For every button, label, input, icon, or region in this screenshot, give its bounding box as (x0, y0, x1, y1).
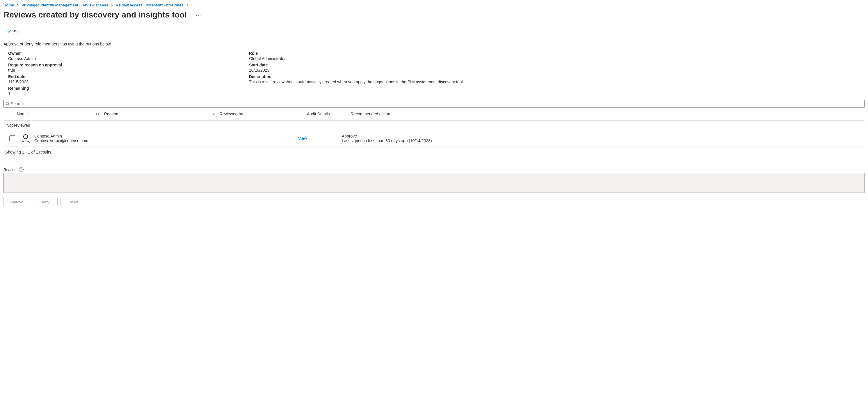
reset-button[interactable]: Reset (61, 198, 86, 206)
require-reason-label: Require reason on approval (8, 63, 244, 67)
chevron-right-icon (111, 4, 114, 7)
search-box[interactable] (3, 100, 865, 108)
more-actions-button[interactable]: ··· (195, 12, 201, 18)
column-name[interactable]: Name (17, 112, 28, 116)
table-row[interactable]: Contoso Admin ContosoAdmin@contoso.com V… (3, 130, 865, 147)
owner-value: Contoso Admin (8, 56, 244, 61)
svg-line-1 (8, 104, 9, 106)
description-label: Description (249, 74, 865, 79)
reason-textarea[interactable] (3, 173, 865, 193)
search-input[interactable] (9, 102, 863, 106)
results-count: Showing 1 - 1 of 1 results. (3, 150, 865, 155)
filter-icon (6, 30, 11, 34)
table-group-header: Not reviewed (3, 121, 865, 130)
search-icon (5, 102, 9, 106)
breadcrumb-link-review-access[interactable]: Review access | Microsoft Entra roles (116, 3, 184, 7)
breadcrumb-link-pim[interactable]: Privileged Identity Management | Review … (22, 3, 108, 7)
sort-icon[interactable] (211, 112, 215, 116)
svg-point-0 (6, 102, 9, 105)
remaining-value: 1 (8, 91, 244, 96)
recommended-action: Approve (342, 134, 865, 138)
chevron-right-icon (16, 4, 19, 7)
row-email: ContosoAdmin@contoso.com (34, 138, 211, 143)
table-header: Name Reason Reviewed by Audit Details Re… (3, 108, 865, 121)
column-reason[interactable]: Reason (104, 112, 118, 116)
details-panel: Owner Contoso Admin Require reason on ap… (3, 49, 865, 96)
require-reason-value: true (8, 68, 244, 73)
svg-point-2 (24, 135, 28, 139)
approve-button[interactable]: Approve (3, 198, 29, 206)
filter-label: Filter (13, 29, 22, 34)
column-audit-details[interactable]: Audit Details (307, 112, 350, 116)
chevron-right-icon (186, 4, 189, 7)
end-date-value: 11/15/2023 (8, 80, 244, 84)
column-recommended-action[interactable]: Recommended action (350, 112, 865, 116)
recommended-action-detail: Last signed in less than 30 days ago (10… (342, 138, 865, 143)
start-date-label: Start date (249, 63, 865, 67)
end-date-label: End date (8, 74, 244, 79)
info-icon[interactable]: i (19, 167, 24, 172)
user-avatar-icon (20, 133, 31, 144)
role-value: Global Administrator (249, 56, 865, 61)
owner-label: Owner (8, 51, 244, 56)
role-label: Role (249, 51, 865, 56)
breadcrumb: Home Privileged Identity Management | Re… (3, 3, 865, 7)
deny-button[interactable]: Deny (32, 198, 58, 206)
breadcrumb-link-home[interactable]: Home (3, 3, 14, 7)
column-reviewed-by[interactable]: Reviewed by (220, 112, 307, 116)
reason-label: Reason (3, 168, 17, 172)
row-checkbox[interactable] (9, 136, 15, 141)
row-name: Contoso Admin (34, 134, 211, 138)
remaining-label: Remaining (8, 86, 244, 91)
filter-button[interactable]: Filter (3, 29, 22, 34)
sort-icon[interactable] (95, 112, 99, 116)
instruction-text: Approve or deny role memberships using t… (3, 41, 865, 46)
page-title: Reviews created by discovery and insight… (3, 10, 187, 20)
description-value: This is a self review that is automatica… (249, 80, 865, 84)
start-date-value: 10/16/2023 (249, 68, 865, 73)
audit-view-link[interactable]: View (298, 136, 307, 141)
